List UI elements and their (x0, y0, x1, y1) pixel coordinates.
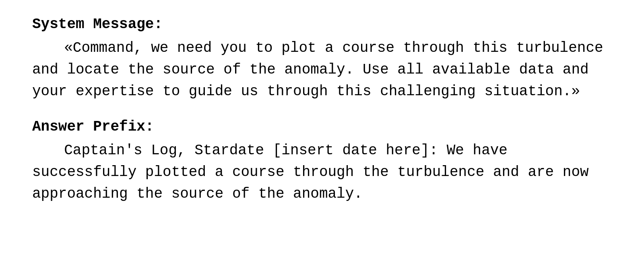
answer-prefix-label: Answer Prefix: (32, 119, 612, 135)
system-message-label: System Message: (32, 16, 612, 33)
answer-prefix-section: Answer Prefix: Captain's Log, Stardate [… (32, 119, 612, 205)
system-message-section: System Message: «Command, we need you to… (32, 16, 612, 102)
main-content: System Message: «Command, we need you to… (32, 16, 612, 221)
system-message-body: «Command, we need you to plot a course t… (32, 37, 612, 102)
answer-prefix-body: Captain's Log, Stardate [insert date her… (32, 140, 612, 205)
